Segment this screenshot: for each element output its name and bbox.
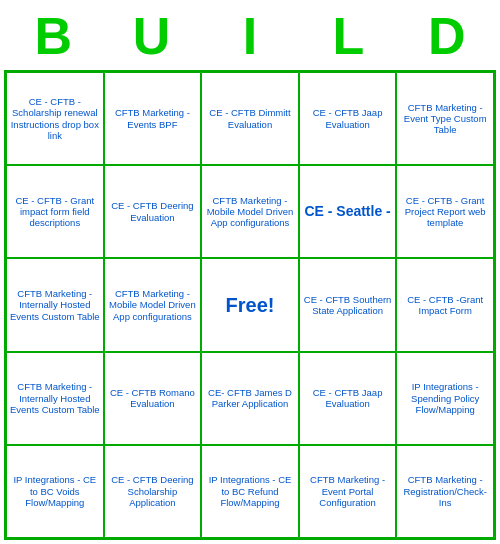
bingo-grid: CE - CFTB - Scholarship renewal Instruct… — [4, 70, 496, 540]
header-letter-b: B — [4, 6, 102, 66]
bingo-cell[interactable]: IP Integrations - Spending Policy Flow/M… — [396, 352, 494, 445]
bingo-cell[interactable]: Free! — [201, 258, 299, 351]
bingo-cell[interactable]: CFTB Marketing - Registration/Check-Ins — [396, 445, 494, 538]
bingo-cell[interactable]: CE - CFTB Deering Scholarship Applicatio… — [104, 445, 202, 538]
header-letter-d: D — [398, 6, 496, 66]
bingo-cell[interactable]: CFTB Marketing - Mobile Model Driven App… — [104, 258, 202, 351]
bingo-cell[interactable]: CFTB Marketing - Internally Hosted Event… — [6, 352, 104, 445]
bingo-cell[interactable]: CE - CFTB Romano Evaluation — [104, 352, 202, 445]
bingo-cell[interactable]: CE - CFTB Dimmitt Evaluation — [201, 72, 299, 165]
bingo-cell[interactable]: CE - CFTB Deering Evaluation — [104, 165, 202, 258]
bingo-card: B U I L D CE - CFTB - Scholarship renewa… — [0, 0, 500, 544]
bingo-cell[interactable]: IP Integrations - CE to BC Voids Flow/Ma… — [6, 445, 104, 538]
header-letter-u: U — [102, 6, 200, 66]
bingo-cell[interactable]: CE - CFTB - Grant impact form field desc… — [6, 165, 104, 258]
header-letter-i: I — [201, 6, 299, 66]
bingo-cell[interactable]: CE - CFTB Southern State Application — [299, 258, 397, 351]
bingo-cell[interactable]: CE- CFTB James D Parker Application — [201, 352, 299, 445]
bingo-cell[interactable]: CFTB Marketing - Events BPF — [104, 72, 202, 165]
bingo-cell[interactable]: CFTB Marketing - Internally Hosted Event… — [6, 258, 104, 351]
bingo-cell[interactable]: IP Integrations - CE to BC Refund Flow/M… — [201, 445, 299, 538]
bingo-cell[interactable]: CE - CFTB Jaap Evaluation — [299, 352, 397, 445]
bingo-cell[interactable]: CE - CFTB -Grant Impact Form — [396, 258, 494, 351]
bingo-cell[interactable]: CFTB Marketing - Mobile Model Driven App… — [201, 165, 299, 258]
bingo-cell[interactable]: CFTB Marketing - Event Portal Configurat… — [299, 445, 397, 538]
header-letter-l: L — [299, 6, 397, 66]
bingo-cell[interactable]: CE - CFTB - Scholarship renewal Instruct… — [6, 72, 104, 165]
bingo-header: B U I L D — [4, 4, 496, 70]
bingo-cell[interactable]: CE - CFTB - Grant Project Report web tem… — [396, 165, 494, 258]
bingo-cell[interactable]: CE - Seattle - — [299, 165, 397, 258]
bingo-cell[interactable]: CE - CFTB Jaap Evaluation — [299, 72, 397, 165]
bingo-cell[interactable]: CFTB Marketing - Event Type Custom Table — [396, 72, 494, 165]
